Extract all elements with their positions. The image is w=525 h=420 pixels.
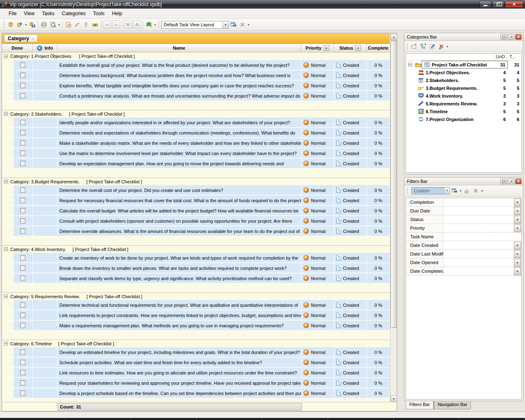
status-cell[interactable]: Created bbox=[334, 368, 367, 377]
move-top-button[interactable] bbox=[133, 21, 141, 29]
status-cell[interactable]: Created bbox=[334, 310, 367, 320]
status-cell[interactable]: Created bbox=[334, 148, 367, 158]
filters-toolbar-dropdown[interactable]: ▾ bbox=[481, 189, 483, 193]
delete-filter-button[interactable] bbox=[471, 186, 480, 195]
task-name-cell[interactable]: Determine override allowances. What is t… bbox=[57, 226, 301, 236]
layout-dropdown-arrow[interactable]: ▾ bbox=[248, 23, 249, 27]
collapse-icon[interactable] bbox=[4, 55, 8, 58]
task-name-cell[interactable]: Request your stakeholders for reviewing … bbox=[57, 378, 301, 388]
filter-dropdown-button[interactable]: ▼ bbox=[514, 242, 521, 249]
scroll-up-button[interactable]: ▲ bbox=[390, 34, 397, 40]
priority-cell[interactable]: Normal bbox=[301, 70, 334, 80]
filter-preset-combobox[interactable]: Custom ▼ bbox=[411, 187, 450, 194]
open-dropdown-arrow[interactable]: ▾ bbox=[25, 23, 27, 27]
collapse-icon[interactable] bbox=[4, 342, 8, 345]
categories-toolbar-dropdown[interactable]: ▾ bbox=[447, 45, 448, 48]
group-by-category-button[interactable]: Category ▵ bbox=[4, 34, 38, 42]
task-name-cell[interactable]: Determine technical and functional requi… bbox=[57, 300, 301, 310]
task-name-cell[interactable]: Determine needs and expectations of stak… bbox=[57, 128, 301, 137]
priority-cell[interactable]: Normal bbox=[301, 300, 334, 310]
task-name-cell[interactable]: Make a stakeholder analysis matrix. What… bbox=[57, 138, 301, 148]
done-checkbox[interactable] bbox=[20, 83, 25, 88]
save-database-button[interactable] bbox=[27, 20, 37, 29]
done-checkbox[interactable] bbox=[20, 313, 25, 318]
preview-dropdown-arrow[interactable]: ▾ bbox=[58, 23, 60, 27]
priority-cell[interactable]: Normal bbox=[301, 60, 334, 70]
status-cell[interactable]: Created bbox=[334, 388, 367, 398]
task-name-cell[interactable]: Make a requirements management plan. Wha… bbox=[57, 320, 301, 330]
task-row[interactable]: Schedule project activities. What are st… bbox=[2, 357, 390, 368]
filter-value-field[interactable] bbox=[444, 250, 514, 258]
priority-cell[interactable]: Normal bbox=[301, 216, 334, 226]
task-name-cell[interactable]: Link resources to time estimates. How ar… bbox=[57, 368, 301, 377]
tree-item-requirements-review[interactable]: 5.Requirements Review. 3 3 bbox=[406, 100, 521, 107]
done-checkbox[interactable] bbox=[20, 187, 25, 193]
move-down-button[interactable] bbox=[103, 21, 111, 29]
tree-item-project-organization[interactable]: 7.Project Organization 6 6 bbox=[406, 115, 521, 123]
priority-cell[interactable]: Normal bbox=[301, 185, 334, 195]
task-row[interactable]: Establish the overall goal of your proje… bbox=[2, 60, 390, 70]
done-checkbox[interactable] bbox=[20, 161, 25, 166]
status-cell[interactable]: Created bbox=[334, 205, 367, 215]
task-row[interactable]: Break down the inventory to smaller work… bbox=[2, 263, 390, 273]
task-name-cell[interactable]: Identify people and/or organizations int… bbox=[57, 117, 301, 127]
task-name-cell[interactable]: Schedule project activities. What are st… bbox=[57, 357, 301, 367]
task-row[interactable]: Explore benefits. What tangible and inta… bbox=[2, 80, 390, 91]
tree-item-project-objectives[interactable]: 1.Project Objectives. 4 4 bbox=[406, 68, 521, 76]
filter-value-field[interactable] bbox=[444, 258, 514, 267]
new-database-button[interactable] bbox=[6, 20, 15, 29]
task-name-cell[interactable]: Break down the inventory to smaller work… bbox=[57, 263, 301, 273]
priority-cell[interactable]: Normal bbox=[301, 347, 334, 357]
open-database-button[interactable] bbox=[15, 20, 24, 29]
apply-layout-button[interactable] bbox=[229, 20, 238, 29]
edit-task-button[interactable] bbox=[73, 20, 82, 29]
filter-dropdown-button[interactable]: ▼ bbox=[514, 216, 521, 224]
done-checkbox[interactable] bbox=[20, 228, 25, 234]
view-notes-button[interactable] bbox=[144, 20, 153, 29]
print-button[interactable] bbox=[39, 20, 48, 29]
delete-layout-button[interactable] bbox=[238, 20, 247, 29]
column-header-complete[interactable]: Complete bbox=[367, 44, 390, 52]
task-row[interactable]: Consult with project stakeholders (spons… bbox=[2, 216, 390, 226]
delete-task-button[interactable] bbox=[82, 20, 91, 29]
task-name-cell[interactable]: Develop an estimated timeline for your p… bbox=[57, 347, 301, 357]
task-name-cell[interactable]: Determine the overall cost of your proje… bbox=[57, 185, 301, 195]
done-checkbox[interactable] bbox=[20, 73, 25, 78]
task-name-cell[interactable]: Develop a project schedule based on the … bbox=[57, 388, 301, 398]
print-preview-button[interactable] bbox=[48, 20, 57, 29]
task-row[interactable]: Conduct a preliminary risk analysis. Wha… bbox=[2, 91, 390, 101]
group-header[interactable]: Category: 5.Requirements Review. [ Proje… bbox=[2, 292, 390, 300]
task-row[interactable]: Develop an expectation management plan. … bbox=[2, 158, 390, 169]
column-header-info[interactable]: iInfo bbox=[33, 44, 57, 52]
tree-column-total[interactable]: T... bbox=[508, 54, 521, 60]
done-checkbox[interactable] bbox=[20, 151, 25, 156]
task-row[interactable]: Determine the overall cost of your proje… bbox=[2, 185, 390, 195]
filter-value-field[interactable] bbox=[444, 241, 514, 249]
group-header[interactable]: Category: 3.Budget Requirements. [ Proje… bbox=[2, 178, 390, 185]
done-checkbox[interactable] bbox=[20, 380, 25, 386]
status-cell[interactable]: Created bbox=[334, 60, 367, 70]
status-cell[interactable]: Created bbox=[334, 138, 367, 148]
column-header-priority[interactable]: Priority▼ bbox=[301, 44, 334, 52]
priority-cell[interactable]: Normal bbox=[301, 148, 334, 158]
add-category-button[interactable] bbox=[410, 42, 419, 51]
done-checkbox[interactable] bbox=[20, 93, 25, 98]
filter-dropdown-button[interactable]: ▼ bbox=[514, 224, 521, 232]
task-name-cell[interactable]: Request for necessary financial resource… bbox=[57, 195, 301, 205]
collapse-icon[interactable] bbox=[4, 294, 8, 298]
restore-button[interactable] bbox=[492, 1, 504, 8]
task-name-cell[interactable]: Determine business background. What busi… bbox=[57, 70, 301, 80]
priority-cell[interactable]: Normal bbox=[301, 263, 334, 273]
filter-value-field[interactable] bbox=[444, 267, 514, 275]
task-name-cell[interactable]: Create an inventory of work to be done b… bbox=[57, 253, 301, 262]
priority-cell[interactable]: Normal bbox=[301, 138, 334, 148]
status-cell[interactable]: Created bbox=[334, 300, 367, 310]
column-header-status[interactable]: Status▼ bbox=[334, 44, 367, 52]
tree-item-timeline[interactable]: 6.Timeline 5 5 bbox=[406, 107, 521, 115]
priority-cell[interactable]: Normal bbox=[301, 128, 334, 137]
task-row[interactable]: Link resources to time estimates. How ar… bbox=[2, 368, 390, 378]
task-row[interactable]: Make a requirements management plan. Wha… bbox=[2, 320, 390, 331]
status-cell[interactable]: Created bbox=[334, 216, 367, 226]
priority-cell[interactable]: Normal bbox=[301, 378, 334, 388]
filter-value-field[interactable] bbox=[444, 198, 514, 206]
